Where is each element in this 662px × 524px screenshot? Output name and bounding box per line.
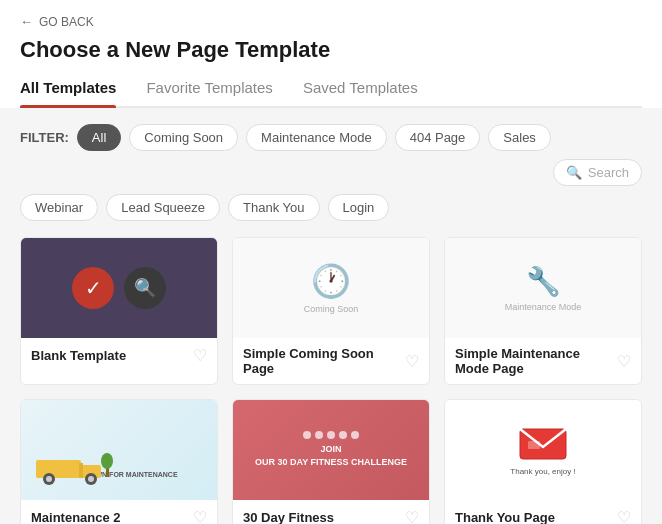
fitness-content: JOINOUR 30 DAY FITNESS CHALLENGE <box>255 431 407 468</box>
thankyou-content: Thank you, enjoy ! <box>510 425 575 476</box>
svg-rect-10 <box>528 441 540 449</box>
svg-point-4 <box>46 476 52 482</box>
heart-icon-thankyou[interactable]: ♡ <box>617 508 631 524</box>
go-back-button[interactable]: ← GO BACK <box>20 14 642 29</box>
heart-icon-coming-soon[interactable]: ♡ <box>405 352 419 371</box>
search-placeholder: Search <box>588 165 629 180</box>
filter-btn-sales[interactable]: Sales <box>488 124 551 151</box>
blank-icons: ✓ 🔍 <box>72 267 166 309</box>
template-footer-truck: Maintenance 2 ♡ <box>21 500 217 524</box>
check-icon: ✓ <box>85 276 102 300</box>
template-card-coming-soon: 🕐 Coming Soon Simple Coming Soon Page ♡ <box>232 237 430 385</box>
dot-5 <box>351 431 359 439</box>
dot-4 <box>339 431 347 439</box>
content-area: FILTER: All Coming Soon Maintenance Mode… <box>0 108 662 524</box>
filter-btn-login[interactable]: Login <box>328 194 390 221</box>
dot-3 <box>327 431 335 439</box>
filter-row-2: Webinar Lead Squeeze Thank You Login <box>20 194 642 221</box>
header: ← GO BACK Choose a New Page Template All… <box>0 0 662 108</box>
truck-image: WE'RE DOWN FOR MAINTENANCE <box>21 400 217 500</box>
template-thumb-coming-soon[interactable]: 🕐 Coming Soon <box>233 238 429 338</box>
template-card-fitness: JOINOUR 30 DAY FITNESS CHALLENGE 30 Day … <box>232 399 430 524</box>
fitness-text: JOINOUR 30 DAY FITNESS CHALLENGE <box>255 443 407 468</box>
svg-rect-2 <box>79 463 83 478</box>
template-card-thankyou: Thank you, enjoy ! Thank You Page ♡ <box>444 399 642 524</box>
svg-point-8 <box>101 453 113 469</box>
dot-1 <box>303 431 311 439</box>
template-thumb-thankyou[interactable]: Thank you, enjoy ! <box>445 400 641 500</box>
back-arrow-icon: ← <box>20 14 33 29</box>
template-footer-fitness: 30 Day Fitness ♡ <box>233 500 429 524</box>
thankyou-enjoy-text: Thank you, enjoy ! <box>510 467 575 476</box>
template-footer-coming-soon: Simple Coming Soon Page ♡ <box>233 338 429 384</box>
tab-all-templates[interactable]: All Templates <box>20 79 116 106</box>
template-thumb-blank[interactable]: ✓ 🔍 <box>21 238 217 338</box>
filter-btn-webinar[interactable]: Webinar <box>20 194 98 221</box>
template-name-coming-soon: Simple Coming Soon Page <box>243 346 405 376</box>
search-icon: 🔍 <box>566 165 582 180</box>
search-circle-icon: 🔍 <box>124 267 166 309</box>
filter-btn-404[interactable]: 404 Page <box>395 124 481 151</box>
filter-btn-coming-soon[interactable]: Coming Soon <box>129 124 238 151</box>
page-title: Choose a New Page Template <box>20 37 642 63</box>
templates-grid: ✓ 🔍 Blank Template ♡ 🕐 Comin <box>20 237 642 524</box>
template-card-maintenance: 🔧 Maintenance Mode Simple Maintenance Mo… <box>444 237 642 385</box>
template-name-maintenance: Simple Maintenance Mode Page <box>455 346 617 376</box>
svg-point-6 <box>88 476 94 482</box>
heart-icon-maintenance[interactable]: ♡ <box>617 352 631 371</box>
heart-icon-blank[interactable]: ♡ <box>193 346 207 365</box>
template-name-blank: Blank Template <box>31 348 126 363</box>
heart-icon-fitness[interactable]: ♡ <box>405 508 419 524</box>
heart-icon-truck[interactable]: ♡ <box>193 508 207 524</box>
filter-btn-lead-squeeze[interactable]: Lead Squeeze <box>106 194 220 221</box>
filter-btn-maintenance[interactable]: Maintenance Mode <box>246 124 387 151</box>
template-name-truck: Maintenance 2 <box>31 510 121 524</box>
tabs-container: All Templates Favorite Templates Saved T… <box>20 79 642 108</box>
dot-2 <box>315 431 323 439</box>
filter-row-1: FILTER: All Coming Soon Maintenance Mode… <box>20 124 642 186</box>
template-card-blank: ✓ 🔍 Blank Template ♡ <box>20 237 218 385</box>
magnify-icon: 🔍 <box>134 277 156 299</box>
template-footer-blank: Blank Template ♡ <box>21 338 217 373</box>
template-thumb-fitness[interactable]: JOINOUR 30 DAY FITNESS CHALLENGE <box>233 400 429 500</box>
fitness-bg: JOINOUR 30 DAY FITNESS CHALLENGE <box>233 400 429 500</box>
filter-btn-all[interactable]: All <box>77 124 121 151</box>
coming-soon-text: Coming Soon <box>304 304 359 314</box>
tab-saved-templates[interactable]: Saved Templates <box>303 79 418 106</box>
clock-icon: 🕐 <box>311 262 351 300</box>
filter-btn-thank-you[interactable]: Thank You <box>228 194 319 221</box>
tab-favorite-templates[interactable]: Favorite Templates <box>146 79 272 106</box>
template-footer-thankyou: Thank You Page ♡ <box>445 500 641 524</box>
filter-label: FILTER: <box>20 130 69 145</box>
svg-rect-0 <box>36 460 81 478</box>
template-name-thankyou: Thank You Page <box>455 510 555 524</box>
coming-soon-wrapper: 🕐 Coming Soon <box>304 262 359 314</box>
truck-svg <box>31 435 121 490</box>
check-circle-icon: ✓ <box>72 267 114 309</box>
template-footer-maintenance: Simple Maintenance Mode Page ♡ <box>445 338 641 384</box>
search-box[interactable]: 🔍 Search <box>553 159 642 186</box>
template-thumb-truck[interactable]: WE'RE DOWN FOR MAINTENANCE <box>21 400 217 500</box>
page-wrapper: ← GO BACK Choose a New Page Template All… <box>0 0 662 524</box>
dots-row <box>303 431 359 439</box>
email-icon <box>518 425 568 463</box>
template-card-truck: WE'RE DOWN FOR MAINTENANCE <box>20 399 218 524</box>
go-back-label: GO BACK <box>39 15 94 29</box>
template-thumb-maintenance[interactable]: 🔧 Maintenance Mode <box>445 238 641 338</box>
wrench-icon: 🔧 <box>526 265 561 298</box>
template-name-fitness: 30 Day Fitness <box>243 510 334 524</box>
maintenance-mode-text: Maintenance Mode <box>505 302 582 312</box>
wrench-wrapper: 🔧 Maintenance Mode <box>505 265 582 312</box>
